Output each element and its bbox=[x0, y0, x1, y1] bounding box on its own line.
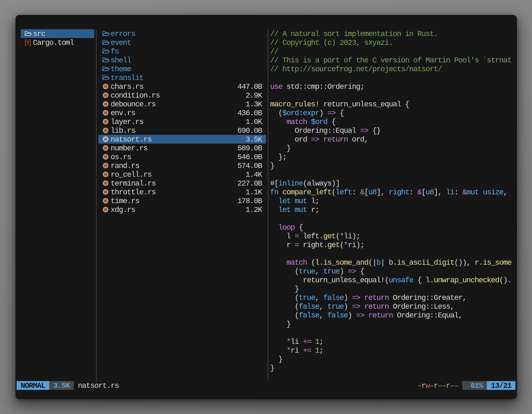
svg-text:R: R bbox=[105, 182, 107, 185]
svg-text:R: R bbox=[105, 85, 107, 88]
svg-text:R: R bbox=[105, 129, 107, 132]
svg-text:R: R bbox=[105, 103, 107, 106]
svg-text:R: R bbox=[105, 164, 107, 167]
svg-text:R: R bbox=[105, 120, 107, 123]
svg-text:R: R bbox=[105, 146, 107, 150]
svg-text:R: R bbox=[105, 111, 107, 115]
svg-text:R: R bbox=[105, 208, 107, 211]
svg-text:R: R bbox=[105, 191, 107, 194]
svg-text:R: R bbox=[105, 138, 107, 141]
svg-text:R: R bbox=[105, 94, 107, 97]
svg-text:R: R bbox=[105, 173, 107, 176]
svg-text:R: R bbox=[105, 199, 107, 202]
svg-text:R: R bbox=[105, 155, 107, 159]
